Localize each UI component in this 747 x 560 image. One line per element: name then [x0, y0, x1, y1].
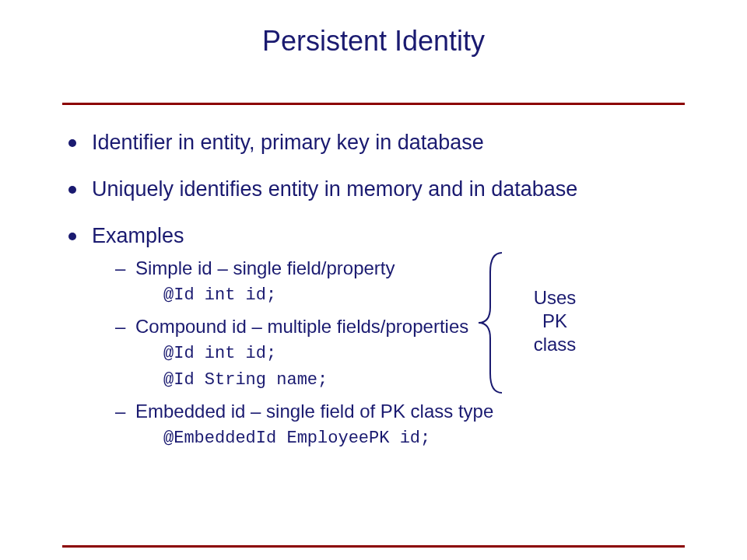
horizontal-rule-bottom: [62, 545, 685, 548]
horizontal-rule-top: [62, 103, 685, 105]
annotation-callout: Uses PK class: [475, 249, 677, 397]
sub-bullet-item: Embedded id – single field of PK class t…: [115, 400, 685, 450]
bullet-text: Uniquely identifies entity in memory and…: [92, 177, 577, 201]
annotation-line: class: [534, 334, 577, 355]
sub-bullet-text: Embedded id – single field of PK class t…: [135, 401, 493, 422]
sub-bullet-text: Simple id – single field/property: [135, 257, 395, 278]
bullet-text: Identifier in entity, primary key in dat…: [92, 131, 484, 154]
bullet-text: Examples: [92, 224, 184, 247]
annotation-line: Uses: [534, 287, 577, 308]
code-line: @EmbeddedId EmployeePK id;: [163, 428, 685, 450]
annotation-text: Uses PK class: [520, 286, 590, 356]
annotation-line: PK: [542, 310, 567, 331]
sub-bullet-text: Compound id – multiple fields/properties: [135, 316, 468, 337]
slide: Persistent Identity Identifier in entity…: [0, 25, 747, 560]
brace-icon: [475, 249, 514, 397]
bullet-item: Uniquely identifies entity in memory and…: [62, 177, 685, 203]
slide-title: Persistent Identity: [0, 25, 747, 58]
bullet-item: Identifier in entity, primary key in dat…: [62, 130, 685, 156]
